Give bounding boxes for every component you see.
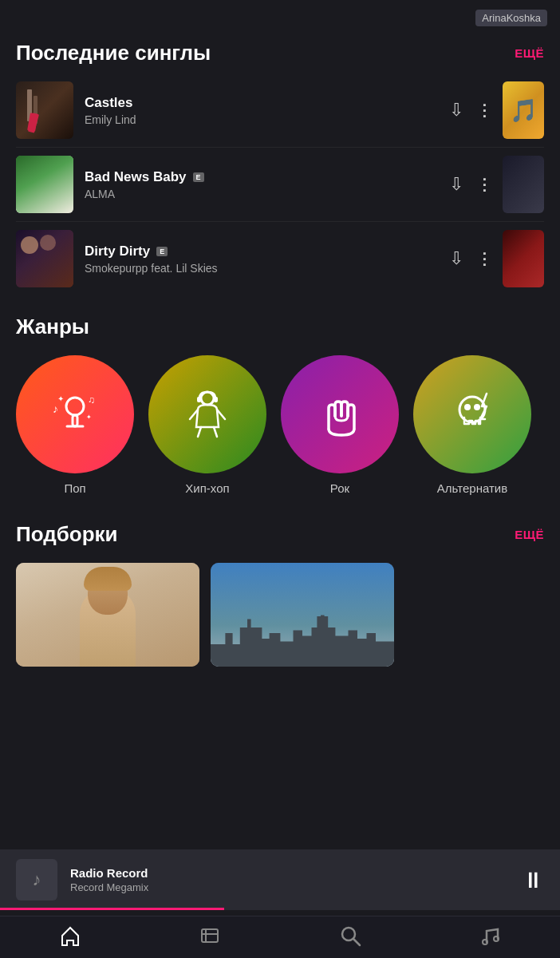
svg-rect-17 (202, 929, 218, 942)
track-actions-badnews: ⇩ ⋮ (449, 174, 491, 195)
compilations-section: Подборки ЕЩЁ (0, 511, 560, 675)
search-icon (339, 924, 361, 947)
svg-line-12 (198, 427, 201, 437)
genres-scroll: ♪ ♫ ✦ ✦ Поп (0, 347, 560, 503)
bottom-nav (0, 916, 560, 958)
genre-label-pop: Поп (64, 481, 85, 495)
genre-item-alt[interactable]: Альтернатив (413, 355, 531, 495)
track-title: Castles (85, 95, 438, 111)
pop-icon: ♪ ♫ ✦ ✦ (46, 386, 104, 443)
compilations-more[interactable]: ЕЩЁ (515, 528, 544, 541)
compilations-title: Подборки (16, 522, 118, 547)
player-artist: Record Megamix (70, 881, 509, 893)
hiphop-icon (179, 386, 236, 443)
nav-home[interactable] (59, 924, 81, 947)
svg-line-13 (214, 427, 217, 437)
svg-point-7 (201, 392, 214, 405)
player-info: Radio Record Record Megamix (70, 866, 509, 893)
music-note-icon: ♪ (33, 869, 41, 890)
svg-rect-8 (197, 397, 201, 402)
svg-rect-9 (214, 397, 218, 402)
recent-singles-header: Последние синглы ЕЩЁ (0, 30, 560, 73)
download-icon[interactable]: ⇩ (449, 100, 463, 121)
track-artist: Emily Lind (85, 113, 438, 126)
compilation-card-2[interactable] (211, 563, 394, 667)
track-cover-badnews[interactable] (16, 156, 73, 213)
track-artist: ALMA (85, 188, 438, 200)
library-icon (199, 924, 221, 947)
track-row: Dirty Dirty E Smokepurpp feat. Lil Skies… (16, 222, 544, 295)
genre-circle-pop: ♪ ♫ ✦ ✦ (16, 355, 134, 473)
track-cover-castles[interactable] (16, 81, 73, 139)
explicit-badge: E (193, 172, 204, 182)
track-row: Castles Emily Lind ⇩ ⋮ 🎵 (16, 73, 544, 148)
side-thumb-3[interactable] (503, 230, 544, 287)
side-thumb-2[interactable] (503, 156, 544, 213)
genres-section: Жанры ♪ ♫ ✦ ✦ Поп (0, 295, 560, 511)
genre-item-hiphop[interactable]: Хип-хоп (148, 355, 266, 495)
genres-title: Жанры (0, 303, 560, 347)
more-icon[interactable]: ⋮ (476, 175, 491, 194)
player-progress-bar (0, 908, 224, 910)
music-icon (479, 924, 501, 947)
svg-point-0 (66, 398, 84, 415)
recent-singles-title: Последние синглы (16, 41, 211, 65)
track-info-dirty: Dirty Dirty E Smokepurpp feat. Lil Skies (85, 243, 438, 275)
alt-icon (444, 386, 501, 443)
genre-label-rock: Рок (330, 481, 349, 495)
track-row: Bad News Baby E ALMA ⇩ ⋮ (16, 148, 544, 222)
genre-circle-rock (281, 355, 399, 473)
rock-icon (311, 386, 369, 443)
download-icon[interactable]: ⇩ (449, 174, 463, 195)
track-info-castles: Castles Emily Lind (85, 95, 438, 126)
track-actions-dirty: ⇩ ⋮ (449, 248, 491, 269)
pause-button[interactable]: ⏸ (522, 867, 544, 893)
genre-item-pop[interactable]: ♪ ♫ ✦ ✦ Поп (16, 355, 134, 495)
svg-line-21 (353, 939, 360, 945)
player-thumbnail: ♪ (16, 859, 57, 901)
svg-point-15 (464, 404, 471, 410)
more-icon[interactable]: ⋮ (476, 249, 491, 268)
svg-rect-1 (73, 415, 77, 426)
svg-point-22 (483, 940, 487, 944)
download-icon[interactable]: ⇩ (449, 248, 463, 269)
compilations-header: Подборки ЕЩЁ (0, 511, 560, 555)
track-actions-castles: ⇩ ⋮ (449, 100, 491, 121)
side-thumb-1[interactable]: 🎵 (503, 81, 544, 139)
track-artist: Smokepurpp feat. Lil Skies (85, 262, 438, 275)
nav-music[interactable] (479, 924, 501, 947)
svg-point-16 (474, 404, 480, 410)
svg-text:✦: ✦ (86, 414, 92, 421)
nav-library[interactable] (199, 924, 221, 947)
track-cover-dirty[interactable] (16, 230, 73, 287)
tracks-container: Castles Emily Lind ⇩ ⋮ 🎵 Bad News Baby E… (0, 73, 560, 295)
svg-text:✦: ✦ (57, 394, 64, 403)
genre-label-hiphop: Хип-хоп (185, 481, 229, 495)
svg-point-23 (494, 936, 499, 941)
svg-text:♫: ♫ (88, 394, 95, 406)
track-info-badnews: Bad News Baby E ALMA (85, 169, 438, 200)
player-title: Radio Record (70, 866, 509, 880)
track-title: Dirty Dirty E (85, 243, 438, 259)
home-icon (59, 924, 81, 947)
player-bar: ♪ Radio Record Record Megamix ⏸ (0, 849, 560, 910)
username-badge: ArinaKoshka (475, 10, 547, 26)
svg-text:♪: ♪ (53, 402, 58, 415)
header: ArinaKoshka (0, 0, 560, 30)
compilation-card-1[interactable] (16, 563, 199, 667)
recent-singles-more[interactable]: ЕЩЁ (515, 46, 544, 60)
explicit-badge: E (156, 247, 168, 256)
nav-search[interactable] (339, 924, 361, 947)
genre-circle-hiphop (148, 355, 266, 473)
genre-label-alt: Альтернатив (437, 481, 507, 495)
genre-item-rock[interactable]: Рок (281, 355, 399, 495)
more-icon[interactable]: ⋮ (476, 101, 491, 120)
genre-circle-alt (413, 355, 531, 473)
track-title: Bad News Baby E (85, 169, 438, 185)
compilations-scroll (0, 555, 560, 675)
